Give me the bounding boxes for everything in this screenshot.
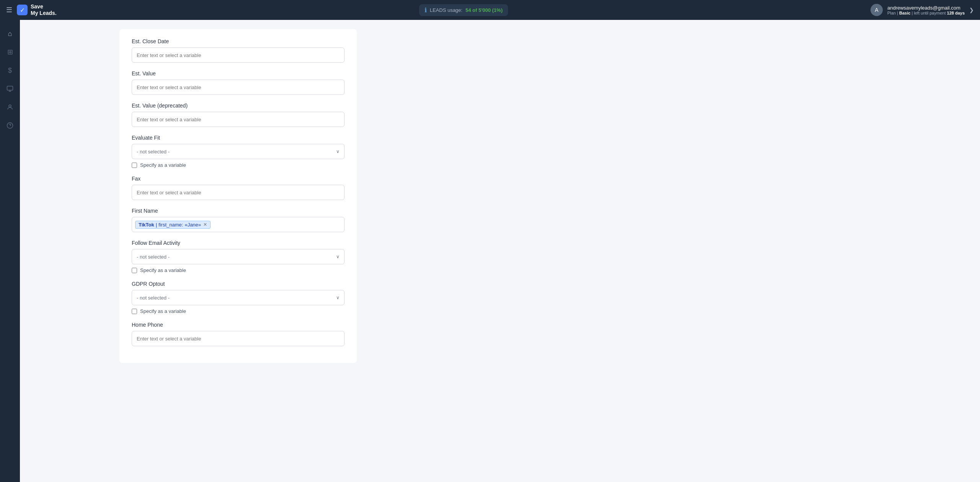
checkbox-gdpr-optout-variable[interactable] bbox=[132, 309, 137, 314]
label-home-phone: Home Phone bbox=[132, 322, 345, 328]
field-fax: Fax bbox=[132, 176, 345, 200]
navbar-right: A andrewsavemyleads@gmail.com Plan | Bas… bbox=[871, 4, 974, 16]
user-menu-chevron-icon[interactable]: ❯ bbox=[969, 7, 974, 13]
svg-point-1 bbox=[9, 105, 11, 107]
field-est-close-date: Est. Close Date bbox=[132, 38, 345, 63]
tag-first-name-tiktok: TikTok | first_name: «Jane» ✕ bbox=[135, 221, 211, 229]
input-home-phone[interactable] bbox=[132, 331, 345, 346]
checkbox-row-evaluate-fit: Specify as a variable bbox=[132, 162, 345, 168]
label-first-name: First Name bbox=[132, 208, 345, 214]
label-follow-email-activity: Follow Email Activity bbox=[132, 240, 345, 246]
sidebar: ⌂ ⊞ $ bbox=[0, 20, 20, 482]
checkbox-row-follow-email-activity: Specify as a variable bbox=[132, 267, 345, 273]
navbar-center: ℹ LEADS usage: 54 of 5'000 (1%) bbox=[419, 4, 508, 16]
user-avatar: A bbox=[871, 4, 883, 16]
select-follow-email-activity[interactable]: - not selected - ∨ bbox=[132, 249, 345, 264]
select-evaluate-fit-value: - not selected - bbox=[137, 149, 170, 155]
checkbox-evaluate-fit-variable[interactable] bbox=[132, 163, 137, 168]
select-gdpr-optout-value: - not selected - bbox=[137, 295, 170, 301]
select-evaluate-fit[interactable]: - not selected - ∨ bbox=[132, 144, 345, 159]
field-first-name: First Name TikTok | first_name: «Jane» ✕ bbox=[132, 208, 345, 232]
leads-usage-box: ℹ LEADS usage: 54 of 5'000 (1%) bbox=[419, 4, 508, 16]
sidebar-item-billing[interactable]: $ bbox=[2, 63, 18, 78]
user-plan: Plan | Basic | left until payment 128 da… bbox=[887, 11, 965, 15]
tag-field-value: «Jane» bbox=[185, 222, 201, 228]
form-container: Est. Close Date Est. Value Est. Value (d… bbox=[119, 29, 357, 363]
checkbox-label-evaluate-fit: Specify as a variable bbox=[140, 162, 186, 168]
field-follow-email-activity: Follow Email Activity - not selected - ∨… bbox=[132, 240, 345, 273]
label-est-value-deprecated: Est. Value (deprecated) bbox=[132, 103, 345, 109]
navbar: ☰ ✓ Save My Leads. ℹ LEADS usage: 54 of … bbox=[0, 0, 980, 20]
info-icon: ℹ bbox=[425, 7, 427, 14]
checkbox-follow-email-activity-variable[interactable] bbox=[132, 268, 137, 273]
tag-source-label: TikTok bbox=[139, 222, 154, 228]
input-est-value-deprecated[interactable] bbox=[132, 112, 345, 127]
sidebar-item-account[interactable] bbox=[2, 99, 18, 115]
leads-usage-count: 54 of 5'000 (1%) bbox=[466, 7, 503, 13]
field-home-phone: Home Phone bbox=[132, 322, 345, 346]
tag-field-name: first_name: bbox=[158, 222, 183, 228]
field-evaluate-fit: Evaluate Fit - not selected - ∨ Specify … bbox=[132, 135, 345, 168]
main-layout: ⌂ ⊞ $ Est. Close Date bbox=[0, 20, 980, 482]
sidebar-item-connections[interactable]: ⊞ bbox=[2, 44, 18, 60]
label-evaluate-fit: Evaluate Fit bbox=[132, 135, 345, 141]
input-est-close-date[interactable] bbox=[132, 47, 345, 63]
input-fax[interactable] bbox=[132, 185, 345, 200]
input-est-value[interactable] bbox=[132, 80, 345, 95]
tag-input-first-name[interactable]: TikTok | first_name: «Jane» ✕ bbox=[132, 217, 345, 232]
field-est-value: Est. Value bbox=[132, 70, 345, 95]
field-gdpr-optout: GDPR Optout - not selected - ∨ Specify a… bbox=[132, 281, 345, 314]
sidebar-item-home[interactable]: ⌂ bbox=[2, 26, 18, 41]
user-email: andrewsavemyleads@gmail.com bbox=[887, 5, 965, 11]
svg-rect-0 bbox=[7, 86, 13, 90]
label-fax: Fax bbox=[132, 176, 345, 182]
brand-name: Save My Leads. bbox=[31, 3, 57, 16]
label-gdpr-optout: GDPR Optout bbox=[132, 281, 345, 287]
tag-field-label: | bbox=[156, 222, 157, 228]
label-est-close-date: Est. Close Date bbox=[132, 38, 345, 44]
field-est-value-deprecated: Est. Value (deprecated) bbox=[132, 103, 345, 127]
select-follow-email-activity-chevron-icon: ∨ bbox=[336, 254, 340, 259]
leads-usage-label: LEADS usage: bbox=[430, 7, 462, 13]
tag-remove-icon[interactable]: ✕ bbox=[203, 222, 207, 227]
checkbox-row-gdpr-optout: Specify as a variable bbox=[132, 308, 345, 314]
select-gdpr-optout-chevron-icon: ∨ bbox=[336, 295, 340, 300]
user-info: andrewsavemyleads@gmail.com Plan | Basic… bbox=[887, 5, 965, 15]
sidebar-item-integrations[interactable] bbox=[2, 81, 18, 96]
content-area: Est. Close Date Est. Value Est. Value (d… bbox=[20, 20, 980, 482]
select-evaluate-fit-chevron-icon: ∨ bbox=[336, 149, 340, 154]
sidebar-item-help[interactable] bbox=[2, 118, 18, 133]
select-gdpr-optout[interactable]: - not selected - ∨ bbox=[132, 290, 345, 305]
hamburger-menu-icon[interactable]: ☰ bbox=[6, 6, 12, 14]
checkbox-label-gdpr-optout: Specify as a variable bbox=[140, 308, 186, 314]
select-follow-email-activity-value: - not selected - bbox=[137, 254, 170, 260]
brand-check-icon: ✓ bbox=[17, 5, 28, 15]
navbar-left: ☰ ✓ Save My Leads. bbox=[6, 3, 57, 16]
checkbox-label-follow-email-activity: Specify as a variable bbox=[140, 267, 186, 273]
brand-logo: ✓ Save My Leads. bbox=[17, 3, 57, 16]
label-est-value: Est. Value bbox=[132, 70, 345, 77]
